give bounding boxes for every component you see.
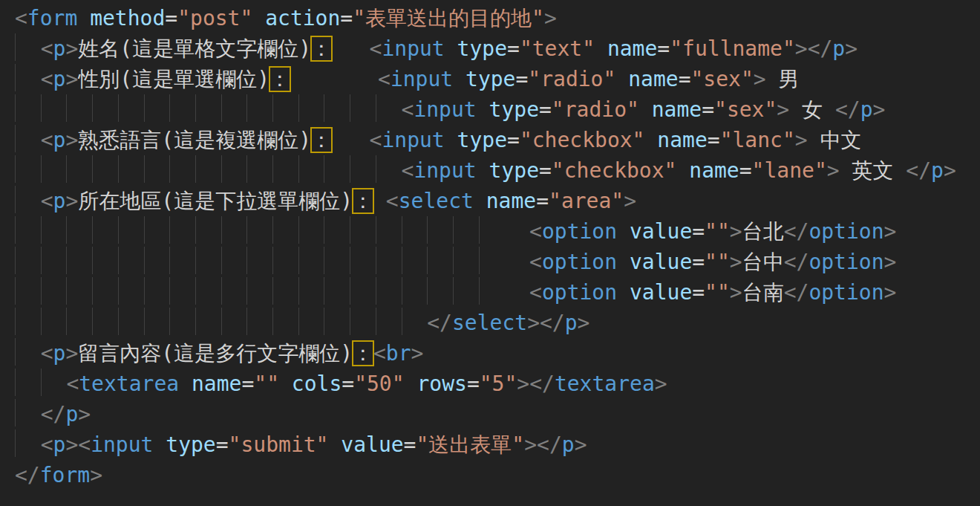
indent-guide	[15, 94, 41, 122]
indent-guide	[92, 155, 118, 183]
indent-guide	[221, 216, 247, 244]
indent-guide	[324, 277, 350, 305]
code-line: </form>	[15, 460, 980, 490]
indent-guide	[402, 216, 428, 244]
indent-guide	[453, 277, 479, 305]
indent-guide	[66, 216, 92, 244]
indent-guide	[272, 247, 298, 274]
indent-guide	[350, 247, 376, 274]
indent-guide	[376, 155, 402, 183]
indent-guide	[246, 308, 272, 335]
indent-guide	[169, 277, 195, 305]
indent-guide	[41, 369, 67, 396]
indent-guide	[15, 186, 41, 213]
indent-guide	[221, 277, 247, 305]
indent-guide	[144, 94, 170, 122]
indent-guide	[15, 399, 41, 426]
indent-guide	[15, 308, 41, 335]
unicode-highlight-box: ：	[353, 341, 373, 366]
indent-guide	[221, 308, 247, 335]
indent-guide	[41, 155, 67, 183]
indent-guide	[92, 216, 118, 244]
indent-guide	[41, 216, 67, 244]
indent-guide	[427, 277, 453, 305]
code-line: <option value="">台北</option>	[15, 216, 980, 247]
indent-guide	[15, 369, 41, 396]
code-line: <input type="radio" name="sex"> 女 </p>	[15, 94, 980, 125]
indent-guide	[195, 308, 221, 335]
indent-guide	[272, 155, 298, 183]
indent-guide	[118, 216, 144, 244]
indent-guide	[376, 277, 402, 305]
indent-guide	[195, 155, 221, 183]
code-line: <p>姓名(這是單格文字欄位)： <input type="text" name…	[15, 33, 980, 64]
indent-guide	[272, 94, 298, 122]
indent-guide	[118, 247, 144, 274]
indent-guide	[169, 247, 195, 274]
code-line: <form method="post" action="表單送出的目的地">	[15, 3, 980, 33]
unicode-highlight-box: ：	[353, 189, 373, 213]
indent-guide	[427, 216, 453, 244]
indent-guide	[66, 94, 92, 122]
indent-guide	[350, 155, 376, 183]
indent-guide	[221, 247, 247, 274]
indent-guide	[169, 155, 195, 183]
indent-guide	[298, 155, 324, 183]
code-line: <p>熟悉語言(這是複選欄位)： <input type="checkbox" …	[15, 125, 980, 155]
indent-guide	[92, 277, 118, 305]
indent-guide	[453, 247, 479, 274]
indent-guide	[15, 429, 41, 457]
indent-guide	[453, 216, 479, 244]
indent-guide	[144, 155, 170, 183]
indent-guide	[118, 155, 144, 183]
code-line: <option value="">台南</option>	[15, 277, 980, 308]
indent-guide	[221, 155, 247, 183]
indent-guide	[41, 247, 67, 274]
indent-guide	[66, 155, 92, 183]
indent-guide	[427, 247, 453, 274]
indent-guide	[298, 94, 324, 122]
indent-guide	[272, 216, 298, 244]
indent-guide	[195, 247, 221, 274]
indent-guide	[195, 277, 221, 305]
indent-guide	[350, 216, 376, 244]
indent-guide	[246, 94, 272, 122]
code-line: <textarea name="" cols="50" rows="5"></t…	[15, 369, 980, 399]
indent-guide	[479, 247, 505, 274]
code-line: <option value="">台中</option>	[15, 247, 980, 277]
indent-guide	[92, 247, 118, 274]
indent-guide	[298, 308, 324, 335]
indent-guide	[15, 277, 41, 305]
indent-guide	[66, 308, 92, 335]
indent-guide	[195, 94, 221, 122]
indent-guide	[246, 277, 272, 305]
code-line: <p>留言內容(這是多行文字欄位)：<br>	[15, 338, 980, 369]
indent-guide	[144, 216, 170, 244]
indent-guide	[66, 277, 92, 305]
indent-guide	[298, 216, 324, 244]
indent-guide	[92, 308, 118, 335]
indent-guide	[15, 33, 41, 61]
indent-guide	[298, 277, 324, 305]
indent-guide	[15, 64, 41, 91]
indent-guide	[144, 277, 170, 305]
code-line: <p>所在地區(這是下拉選單欄位)： <select name="area">	[15, 186, 980, 216]
indent-guide	[15, 247, 41, 274]
indent-guide	[272, 277, 298, 305]
indent-guide	[15, 155, 41, 183]
indent-guide	[298, 247, 324, 274]
indent-guide	[350, 277, 376, 305]
code-line: </p>	[15, 399, 980, 429]
indent-guide	[41, 277, 67, 305]
indent-guide	[324, 155, 350, 183]
unicode-highlight-box: ：	[311, 36, 332, 61]
code-editor[interactable]: <form method="post" action="表單送出的目的地"><p…	[0, 0, 980, 506]
indent-guide	[118, 277, 144, 305]
indent-guide	[324, 308, 350, 335]
indent-guide	[324, 216, 350, 244]
indent-guide	[144, 247, 170, 274]
indent-guide	[376, 247, 402, 274]
indent-guide	[272, 308, 298, 335]
indent-guide	[402, 308, 428, 335]
code-line: <p>性別(這是單選欄位)： <input type="radio" name=…	[15, 64, 980, 94]
